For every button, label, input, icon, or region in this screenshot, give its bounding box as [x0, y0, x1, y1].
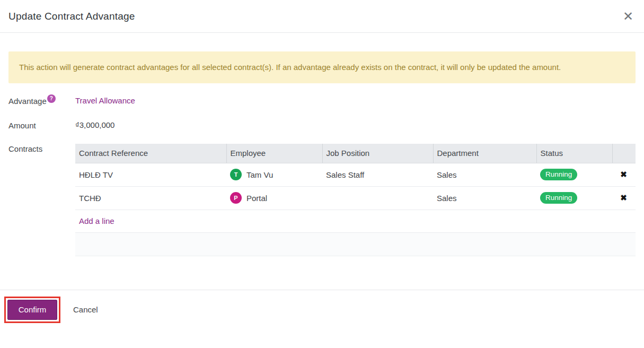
dialog-body: This action will generate contract advan…	[0, 33, 644, 256]
column-header-status[interactable]: Status	[536, 144, 612, 163]
amount-label: Amount	[8, 120, 75, 130]
cell-job-position[interactable]: Sales Staff	[322, 163, 433, 186]
employee-name: Portal	[246, 194, 267, 203]
cell-actions: ✖	[612, 186, 636, 210]
advantage-value-link[interactable]: Travel Allowance	[75, 96, 135, 105]
avatar: P	[230, 192, 242, 204]
add-a-line-link[interactable]: Add a line	[79, 216, 114, 225]
cell-employee[interactable]: T Tam Vu	[226, 163, 322, 186]
dialog-footer: Confirm Cancel	[0, 290, 644, 332]
column-header-actions	[612, 144, 636, 163]
form-area: Advantage? Travel Allowance Amount ₫3,00…	[8, 96, 636, 256]
delete-row-icon[interactable]: ✖	[620, 170, 627, 179]
cancel-button[interactable]: Cancel	[70, 301, 101, 318]
amount-input[interactable]: ₫3,000,000	[75, 120, 114, 129]
cell-department[interactable]: Sales	[433, 186, 536, 210]
column-header-department[interactable]: Department	[433, 144, 536, 163]
table-header-row: Contract Reference Employee Job Position…	[75, 144, 636, 163]
advantage-field-row: Advantage? Travel Allowance	[8, 96, 636, 107]
column-header-contract-reference[interactable]: Contract Reference	[75, 144, 226, 163]
contracts-label: Contracts	[8, 144, 75, 153]
cell-contract-reference[interactable]: HĐLĐ TV	[75, 163, 226, 186]
status-badge: Running	[540, 169, 577, 180]
employee-name: Tam Vu	[246, 170, 273, 179]
cell-contract-reference[interactable]: TCHĐ	[75, 186, 226, 210]
advantage-label-text: Advantage	[8, 97, 47, 106]
warning-alert: This action will generate contract advan…	[8, 51, 636, 83]
contracts-table: Contract Reference Employee Job Position…	[75, 144, 636, 256]
delete-row-icon[interactable]: ✖	[620, 193, 627, 202]
close-icon[interactable]: ✕	[621, 10, 636, 23]
confirm-button-highlight-box: Confirm	[4, 297, 60, 323]
cell-actions: ✖	[612, 163, 636, 186]
column-header-job-position[interactable]: Job Position	[322, 144, 433, 163]
cell-job-position[interactable]	[322, 186, 433, 210]
dialog-title: Update Contract Advantage	[8, 11, 135, 22]
amount-field-row: Amount ₫3,000,000	[8, 120, 636, 130]
table-row[interactable]: TCHĐ P Portal Sales Running	[75, 186, 636, 210]
table-empty-footer-row	[75, 232, 636, 256]
column-header-employee[interactable]: Employee	[226, 144, 322, 163]
cell-status[interactable]: Running	[536, 163, 612, 186]
add-line-row: Add a line	[75, 210, 636, 232]
avatar: T	[230, 169, 242, 180]
advantage-label: Advantage?	[8, 96, 75, 107]
table-row[interactable]: HĐLĐ TV T Tam Vu Sales Staff Sales Runni…	[75, 163, 636, 186]
help-icon[interactable]: ?	[47, 94, 56, 103]
cell-department[interactable]: Sales	[433, 163, 536, 186]
cell-employee[interactable]: P Portal	[226, 186, 322, 210]
contracts-field-row: Contracts Contract Reference Employee Jo…	[8, 144, 636, 256]
confirm-button[interactable]: Confirm	[7, 300, 57, 320]
cell-status[interactable]: Running	[536, 186, 612, 210]
status-badge: Running	[540, 192, 577, 204]
dialog-header: Update Contract Advantage ✕	[0, 0, 644, 33]
